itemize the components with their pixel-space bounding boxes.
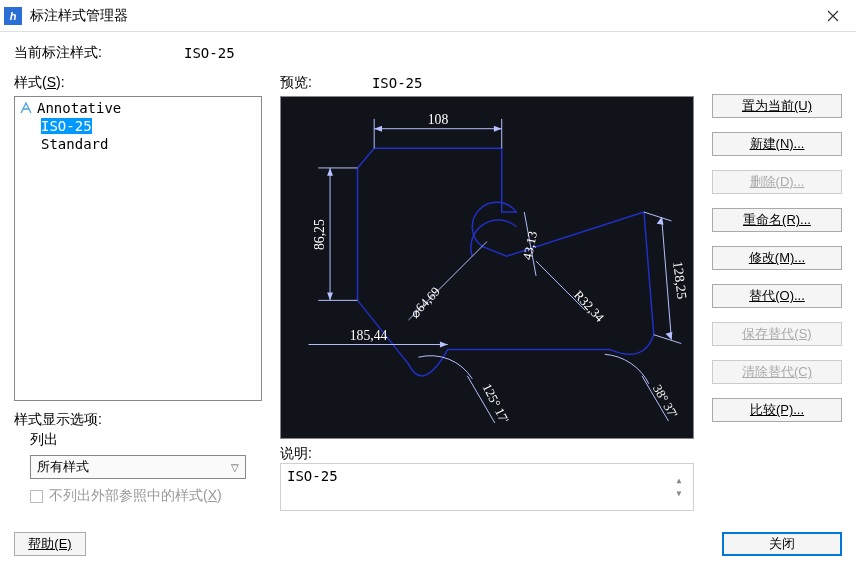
svg-line-9 — [654, 335, 681, 344]
close-button[interactable]: 关闭 — [722, 532, 842, 556]
svg-line-8 — [644, 212, 671, 221]
styles-label: 样式(S): — [14, 74, 262, 92]
filter-dropdown-value: 所有样式 — [37, 458, 89, 476]
current-style-label: 当前标注样式: — [14, 44, 184, 62]
close-icon — [827, 10, 839, 22]
preview-label: 预览: — [280, 74, 312, 92]
save-override-button[interactable]: 保存替代(S) — [712, 322, 842, 346]
modify-button[interactable]: 修改(M)... — [712, 246, 842, 270]
compare-button[interactable]: 比较(P)... — [712, 398, 842, 422]
style-item-label: Standard — [41, 136, 108, 152]
svg-text:38° 37': 38° 37' — [650, 382, 680, 420]
override-button[interactable]: 替代(O)... — [712, 284, 842, 308]
delete-button[interactable]: 删除(D)... — [712, 170, 842, 194]
preview-style-name: ISO-25 — [372, 75, 423, 91]
chevron-down-icon: ▽ — [231, 462, 239, 473]
titlebar: h 标注样式管理器 — [0, 0, 856, 32]
svg-text:128,25: 128,25 — [670, 261, 690, 300]
set-current-button[interactable]: 置为当前(U) — [712, 94, 842, 118]
display-options-title: 样式显示选项: — [14, 411, 262, 429]
styles-listbox[interactable]: Annotative ISO-25 Standard — [14, 96, 262, 401]
scroll-up-icon[interactable]: ▲ — [677, 476, 682, 485]
display-options-subtitle: 列出 — [30, 431, 262, 449]
app-icon: h — [4, 7, 22, 25]
svg-line-10 — [662, 217, 672, 340]
svg-text:43,13: 43,13 — [520, 230, 540, 261]
filter-dropdown[interactable]: 所有样式 ▽ — [30, 455, 246, 479]
svg-text:86,25: 86,25 — [312, 219, 327, 250]
style-item-label: ISO-25 — [41, 118, 92, 134]
style-item-iso25[interactable]: ISO-25 — [15, 117, 261, 135]
help-button[interactable]: 帮助(E) — [14, 532, 86, 556]
description-box: ISO-25 ▲ ▼ — [280, 463, 694, 511]
svg-text:⌀64,69: ⌀64,69 — [408, 284, 443, 320]
hide-xref-checkbox-row[interactable]: 不列出外部参照中的样式(X) — [30, 487, 262, 505]
svg-text:185,44: 185,44 — [350, 328, 388, 343]
clear-override-button[interactable]: 清除替代(C) — [712, 360, 842, 384]
current-style-value: ISO-25 — [184, 45, 235, 61]
window-close-button[interactable] — [810, 0, 856, 32]
current-style-row: 当前标注样式: ISO-25 — [14, 44, 842, 62]
checkbox-icon — [30, 490, 43, 503]
new-button[interactable]: 新建(N)... — [712, 132, 842, 156]
window-title: 标注样式管理器 — [30, 7, 810, 25]
style-item-annotative[interactable]: Annotative — [15, 99, 261, 117]
svg-text:108: 108 — [428, 112, 449, 127]
svg-text:R32,34: R32,34 — [571, 288, 607, 325]
preview-canvas: 108 86,25 128,25 — [280, 96, 694, 439]
style-item-label: Annotative — [37, 100, 121, 116]
annotative-icon — [19, 101, 33, 115]
scroll-down-icon[interactable]: ▼ — [677, 489, 682, 498]
rename-button[interactable]: 重命名(R)... — [712, 208, 842, 232]
svg-text:125° 17': 125° 17' — [480, 381, 512, 425]
description-text: ISO-25 — [287, 468, 671, 506]
description-label: 说明: — [280, 445, 694, 463]
style-item-standard[interactable]: Standard — [15, 135, 261, 153]
hide-xref-checkbox-label: 不列出外部参照中的样式(X) — [49, 487, 222, 505]
